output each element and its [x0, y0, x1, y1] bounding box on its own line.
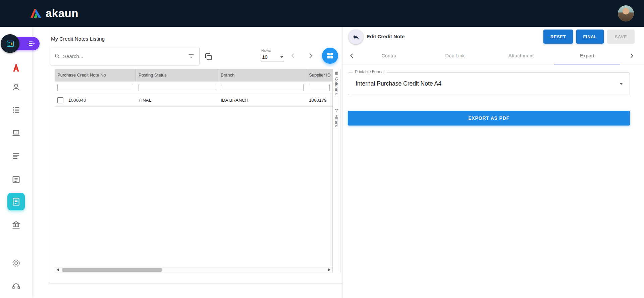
- dropdown-caret-icon: [620, 83, 623, 85]
- sidebar-item-settings[interactable]: [0, 256, 32, 270]
- tab-export[interactable]: Export: [554, 47, 620, 64]
- list-icon: [11, 151, 21, 161]
- laptop-icon: [11, 128, 21, 138]
- detail-panel: Edit Credit Note RESET FINAL SAVE Contra…: [342, 27, 644, 298]
- scrollbar-thumb[interactable]: [62, 268, 162, 272]
- search-input[interactable]: [63, 53, 184, 59]
- scroll-left-button[interactable]: [55, 267, 60, 272]
- search-box: [50, 47, 200, 65]
- columns-panel-button[interactable]: Columns: [334, 71, 339, 95]
- tab-attachment[interactable]: Attachment: [488, 47, 554, 64]
- printable-format-select[interactable]: Printable Format Internal Purchase Credi…: [348, 72, 630, 95]
- chevron-left-icon: [348, 52, 356, 60]
- active-tile: [7, 193, 25, 210]
- sidebar-item-credit-notes[interactable]: [0, 192, 32, 211]
- table-side-rail: Columns Filters: [332, 69, 340, 272]
- sidebar: [0, 27, 32, 298]
- back-arrow-icon: [352, 33, 360, 41]
- column-header-supplier-id[interactable]: Supplier ID: [306, 69, 332, 82]
- final-button[interactable]: FINAL: [576, 30, 604, 44]
- support-headset-icon: [11, 282, 21, 291]
- column-header-credit-note-no[interactable]: Purchase Credit Note No: [55, 69, 136, 82]
- user-avatar[interactable]: [618, 5, 634, 21]
- app-root: akaun: [0, 0, 644, 298]
- tab-strip: Contra Doc Link Attachment Export: [356, 47, 620, 64]
- filter-input-credit-note-no[interactable]: [57, 84, 133, 91]
- filter-input-branch[interactable]: [221, 84, 304, 91]
- sidebar-item-transactions[interactable]: [0, 103, 32, 117]
- cell-posting-status: FINAL: [139, 98, 151, 103]
- search-icon: [54, 53, 60, 59]
- credit-notes-table: Purchase Credit Note No Posting Status B…: [55, 69, 332, 107]
- scroll-right-icon: [328, 268, 330, 271]
- sidebar-item-listing[interactable]: [0, 149, 32, 163]
- rows-label: Rows: [261, 48, 284, 52]
- previous-page-button[interactable]: [289, 51, 298, 61]
- filter-list-icon: [188, 53, 195, 59]
- sidebar-item-contacts[interactable]: [0, 80, 32, 95]
- horizontal-scrollbar[interactable]: [55, 267, 332, 272]
- cell-credit-note-no: 1000040: [68, 98, 86, 103]
- reset-button[interactable]: RESET: [543, 30, 573, 44]
- export-as-pdf-button[interactable]: EXPORT AS PDF: [348, 111, 630, 126]
- sidebar-item-pdf[interactable]: [0, 60, 32, 75]
- brand: akaun: [30, 7, 78, 20]
- chevron-down-icon: [280, 56, 283, 58]
- filter-funnel-icon: [334, 108, 339, 113]
- brand-name: akaun: [46, 7, 78, 20]
- sidebar-item-bank[interactable]: [0, 217, 32, 232]
- filter-list-button[interactable]: [187, 52, 195, 60]
- menu-indent-icon: [28, 40, 36, 47]
- duplicate-button[interactable]: [204, 52, 213, 61]
- scroll-left-icon: [57, 268, 59, 271]
- scrollbar-track[interactable]: [60, 267, 327, 272]
- bank-icon: [11, 220, 21, 230]
- sidebar-toggle: [1, 34, 40, 53]
- tab-doc-link[interactable]: Doc Link: [422, 47, 488, 64]
- tabs-scroll-right-button[interactable]: [628, 52, 636, 61]
- next-page-button[interactable]: [306, 51, 315, 61]
- rows-per-page-select[interactable]: Rows 10: [261, 48, 284, 61]
- columns-icon: [334, 71, 339, 76]
- save-button[interactable]: SAVE: [607, 30, 635, 44]
- rows-value: 10: [262, 54, 268, 60]
- chevron-right-icon: [306, 51, 315, 60]
- listing-card: My Credit Notes Listing: [50, 27, 342, 284]
- receipt-icon: [11, 105, 21, 115]
- cell-supplier-id: 1000179: [309, 98, 327, 103]
- detail-tabs: Contra Doc Link Attachment Export: [342, 47, 644, 64]
- detail-title: Edit Credit Note: [367, 34, 405, 39]
- grid-view-icon: [326, 52, 334, 59]
- filter-input-posting-status[interactable]: [139, 84, 215, 91]
- columns-rail-label: Columns: [334, 77, 339, 95]
- printable-format-value: Internal Purchase Credit Note A4: [356, 72, 441, 96]
- listing-panel: My Credit Notes Listing: [32, 27, 342, 298]
- invoice-icon: [11, 175, 21, 184]
- tabs-scroll-left-button[interactable]: [348, 52, 356, 61]
- sidebar-item-invoices[interactable]: [0, 172, 32, 187]
- table-filter-row: [55, 82, 332, 94]
- column-header-posting-status[interactable]: Posting Status: [136, 69, 218, 82]
- active-module-button[interactable]: [1, 34, 19, 53]
- cell-branch: IDA BRANCH: [221, 98, 249, 103]
- credit-note-icon: [11, 197, 21, 206]
- back-button[interactable]: [348, 30, 363, 44]
- table-row[interactable]: 1000040 FINAL IDA BRANCH 1000179: [55, 94, 332, 107]
- table-header-row: Purchase Credit Note No Posting Status B…: [55, 69, 332, 82]
- chevron-right-icon: [628, 52, 636, 60]
- chevron-left-icon: [289, 51, 298, 60]
- billing-icon: [6, 39, 15, 48]
- tab-contra[interactable]: Contra: [356, 47, 422, 64]
- pdf-icon: [11, 63, 21, 73]
- listing-toolbar: Rows 10: [50, 46, 340, 66]
- sidebar-item-support[interactable]: [0, 279, 32, 294]
- row-checkbox[interactable]: [57, 97, 63, 103]
- sidebar-item-pos[interactable]: [0, 126, 32, 140]
- scroll-right-button[interactable]: [327, 267, 332, 272]
- grid-view-button[interactable]: [322, 48, 338, 64]
- settings-icon: [11, 258, 21, 268]
- filters-panel-button[interactable]: Filters: [334, 108, 339, 127]
- column-header-branch[interactable]: Branch: [218, 69, 306, 82]
- filter-input-supplier-id[interactable]: [309, 84, 330, 91]
- copy-icon: [204, 53, 212, 61]
